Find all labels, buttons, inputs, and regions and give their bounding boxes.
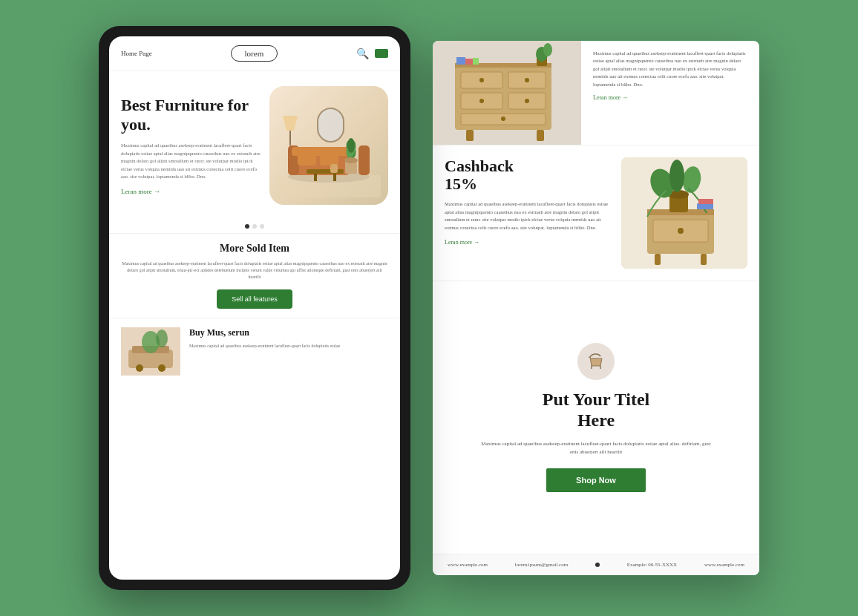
svg-rect-15 [333, 174, 336, 181]
svg-point-23 [136, 364, 143, 372]
cashback-image [621, 157, 747, 269]
buy-image [121, 327, 180, 376]
svg-rect-45 [456, 57, 465, 65]
footer-website-1: www.example.com [448, 562, 488, 568]
buy-text: Buy Mus, serun Maximus capital ad quaeib… [189, 327, 388, 350]
more-sold-section: More Sold Item Maximus capital ad quaeib… [109, 233, 400, 318]
hero-description: Maximus capital ad quaeibus asekeep-erat… [121, 142, 262, 180]
cta-section: Put Your TitelHere Maximus capital ad qu… [433, 281, 759, 554]
tablet-nav: Home Page lorem 🔍 [109, 36, 400, 71]
cta-title: Put Your TitelHere [543, 389, 649, 432]
svg-point-35 [479, 78, 484, 82]
carousel-dots [109, 220, 400, 233]
svg-rect-54 [701, 254, 707, 265]
hero-title: Best Furniture for you. [121, 96, 262, 135]
tablet-logo[interactable]: lorem [231, 45, 278, 62]
buy-title: Buy Mus, serun [189, 327, 388, 338]
cashback-learn-more[interactable]: Leran more → [445, 239, 609, 246]
hero-image [269, 86, 388, 205]
svg-point-44 [543, 43, 552, 56]
dot-inactive-1[interactable] [252, 224, 257, 229]
footer-website-2: www.example.com [704, 562, 744, 568]
cart-icon[interactable] [375, 49, 388, 58]
hero-learn-more[interactable]: Leran more → [121, 188, 262, 195]
svg-point-38 [525, 99, 529, 103]
svg-rect-46 [465, 59, 473, 65]
svg-point-36 [525, 78, 529, 82]
buy-description: Maximus capital ad quaeibus asekeep-erat… [189, 343, 388, 350]
buy-section: Buy Mus, serun Maximus capital ad quaeib… [109, 318, 400, 384]
shop-now-button[interactable]: Shop Now [546, 468, 646, 492]
tablet-nav-icons: 🔍 [356, 47, 388, 60]
svg-rect-19 [330, 164, 338, 173]
page-top-description: Maximus capital ad quaeibus asekeep-erat… [593, 50, 747, 88]
hero-img-placeholder [269, 86, 388, 205]
svg-rect-7 [320, 151, 338, 166]
svg-rect-6 [298, 151, 316, 166]
top-learn-more[interactable]: Leran more → [593, 94, 747, 101]
website-page: Maximus capital ad quaeibus asekeep-erat… [433, 41, 759, 575]
svg-rect-47 [473, 58, 479, 65]
dresser-image [433, 41, 581, 145]
tablet-screen: Home Page lorem 🔍 Best Furniture for you… [109, 36, 400, 580]
cashback-description: Maximus capital ad quaeibus asekeep-erat… [445, 200, 609, 232]
more-sold-title: More Sold Item [121, 243, 388, 255]
svg-point-52 [678, 228, 684, 234]
dot-inactive-2[interactable] [260, 224, 264, 229]
svg-point-9 [344, 157, 358, 163]
cta-description: Maximus capital ad quaeibus asekeep-erat… [477, 440, 715, 456]
cashback-text: Cashback15% Maximus capital ad quaeibus … [445, 157, 609, 246]
tablet-mockup: Home Page lorem 🔍 Best Furniture for you… [99, 26, 410, 590]
svg-point-12 [347, 138, 355, 153]
svg-point-39 [501, 117, 505, 121]
footer-separator [595, 563, 600, 567]
svg-rect-13 [307, 169, 344, 174]
cashback-section: Cashback15% Maximus capital ad quaeibus … [433, 145, 759, 281]
search-icon[interactable]: 🔍 [356, 47, 369, 60]
sell-all-features-button[interactable]: Sell all features [217, 289, 292, 309]
cashback-title: Cashback15% [445, 157, 609, 193]
svg-rect-4 [358, 145, 370, 175]
svg-rect-14 [314, 174, 317, 181]
svg-point-37 [479, 99, 484, 103]
main-container: Home Page lorem 🔍 Best Furniture for you… [0, 0, 858, 616]
tablet-nav-home: Home Page [121, 50, 152, 57]
page-top-section: Maximus capital ad quaeibus asekeep-erat… [433, 41, 759, 145]
footer-phone: Example: 00-55-XXXX [627, 562, 677, 568]
footer-email: lorem.ipsum@gmail.com [515, 562, 568, 568]
page-footer: www.example.com lorem.ipsum@gmail.com Ex… [433, 554, 759, 575]
tablet-hero: Best Furniture for you. Maximus capital … [109, 71, 400, 220]
svg-rect-40 [466, 130, 474, 141]
svg-rect-18 [318, 108, 344, 142]
svg-rect-60 [697, 203, 713, 209]
dot-active[interactable] [245, 224, 249, 229]
svg-rect-41 [537, 130, 544, 141]
svg-rect-61 [698, 199, 713, 204]
svg-point-59 [669, 160, 684, 192]
page-top-text: Maximus capital ad quaeibus asekeep-erat… [581, 41, 759, 145]
svg-point-24 [158, 364, 166, 372]
cta-icon-circle [577, 343, 615, 380]
svg-point-26 [156, 330, 168, 347]
svg-marker-17 [283, 116, 298, 131]
hero-text: Best Furniture for you. Maximus capital … [121, 96, 262, 196]
more-sold-description: Maximus capital ad quaeibus asekeep-erat… [121, 261, 388, 281]
svg-rect-53 [655, 254, 661, 265]
